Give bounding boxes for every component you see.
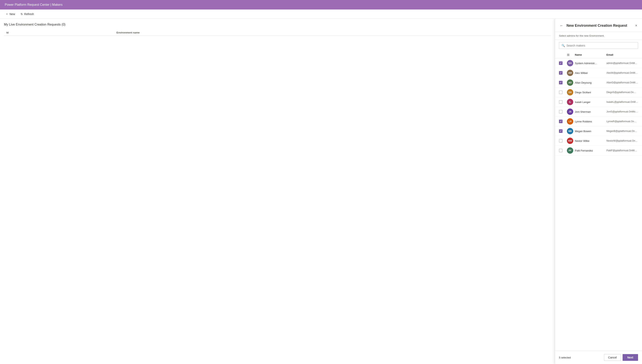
- person-name-allan-deyoung: Allan Deyoung: [575, 81, 606, 84]
- cancel-button[interactable]: Cancel: [604, 354, 621, 361]
- avatar-alex-wilber: AW: [567, 70, 573, 76]
- col-env-name: Environment name: [114, 30, 551, 36]
- app-title: Power Platform Request Center | Makers: [5, 3, 63, 6]
- refresh-icon: ↻: [21, 12, 23, 16]
- plus-icon: ＋: [6, 12, 8, 16]
- person-checkbox-nestor-wilke[interactable]: [559, 139, 562, 142]
- person-checkbox-alex-wilber[interactable]: [559, 71, 562, 75]
- person-row: SASystem Administr...admin@pplatformuat.…: [555, 58, 642, 68]
- avatar-joni-sherman: JS: [567, 108, 573, 115]
- col-header-email: Email: [606, 53, 638, 56]
- person-email-lynne-robbins: LynneR@pplatformuat.OnMicrosoft.c...: [606, 120, 638, 123]
- close-button[interactable]: ×: [634, 23, 638, 28]
- person-name-patti-fernandez: Patti Fernandez: [575, 149, 606, 152]
- panel-title: New Environment Creation Request: [566, 24, 632, 28]
- next-button[interactable]: Next: [622, 354, 638, 361]
- person-row: NWNestor WilkeNestorW@pplatformuat.OnMic…: [555, 136, 642, 146]
- person-name-diego-siciliani: Diego Siciliani: [575, 91, 606, 94]
- person-checkbox-patti-fernandez[interactable]: [559, 149, 562, 152]
- requests-table: Id Environment name: [4, 30, 551, 36]
- person-row: JSJoni ShermanJoniS@pplatformuat.OnMicro…: [555, 107, 642, 117]
- people-list: SASystem Administr...admin@pplatformuat.…: [555, 58, 642, 351]
- toolbar: ＋ New ↻ Refresh: [0, 10, 642, 19]
- avatar-patti-fernandez: PF: [567, 147, 573, 154]
- avatar-isaiah-langer: IL: [567, 99, 573, 105]
- person-row: ILIsaiah LangerIsaiahL@pplatformuat.OnMi…: [555, 97, 642, 107]
- person-row: ADAllan DeyoungAllanD@pplatformuat.OnMic…: [555, 78, 642, 88]
- person-email-nestor-wilke: NestorW@pplatformuat.OnMicrosoft....: [606, 140, 638, 142]
- close-icon: ×: [635, 24, 637, 28]
- search-icon: 🔍: [561, 44, 565, 47]
- person-name-joni-sherman: Joni Sherman: [575, 110, 606, 113]
- select-all-icon: ⊞: [567, 53, 569, 56]
- person-name-lynne-robbins: Lynne Robbins: [575, 120, 606, 123]
- person-checkbox-lynne-robbins[interactable]: [559, 120, 562, 123]
- refresh-button-label: Refresh: [24, 12, 34, 16]
- new-button[interactable]: ＋ New: [3, 11, 18, 17]
- person-email-patti-fernandez: PattiF@pplatformuat.OnMicrosoft.com: [606, 149, 638, 152]
- person-row: AWAlex WilberAlexW@pplatformuat.OnMicros…: [555, 68, 642, 78]
- person-checkbox-megan-bowen[interactable]: [559, 129, 562, 133]
- person-email-diego-siciliani: DiegoS@pplatformuat.OnMicrosoft.c...: [606, 91, 638, 94]
- person-checkbox-isaiah-langer[interactable]: [559, 100, 562, 104]
- avatar-diego-siciliani: DS: [567, 89, 573, 96]
- person-checkbox-allan-deyoung[interactable]: [559, 81, 562, 84]
- person-name-system-admin: System Administr...: [575, 62, 606, 65]
- footer-buttons: Cancel Next: [604, 354, 638, 361]
- top-bar: Power Platform Request Center | Makers: [0, 0, 642, 10]
- person-checkbox-diego-siciliani[interactable]: [559, 90, 562, 94]
- panel-footer: 5 selected Cancel Next: [555, 351, 642, 364]
- search-input[interactable]: [566, 44, 635, 47]
- person-name-isaiah-langer: Isaiah Langer: [575, 100, 606, 104]
- person-name-megan-bowen: Megan Bowen: [575, 130, 606, 133]
- back-button[interactable]: ←: [559, 23, 564, 28]
- person-email-system-admin: admin@pplatformuat.OnMicrosoft.co...: [606, 62, 638, 64]
- person-row: DSDiego SicilianiDiegoS@pplatformuat.OnM…: [555, 88, 642, 97]
- col-id: Id: [4, 30, 114, 36]
- search-box: 🔍: [559, 42, 638, 49]
- section-title: My Live Environment Creation Requests (0…: [4, 23, 551, 26]
- person-row: MBMegan BowenMeganB@pplatformuat.OnMicro…: [555, 126, 642, 136]
- avatar-nestor-wilke: NW: [567, 138, 573, 144]
- refresh-button[interactable]: ↻ Refresh: [18, 11, 36, 17]
- people-list-header: ⊞ Name Email: [555, 51, 642, 58]
- person-name-nestor-wilke: Nestor Wilke: [575, 140, 606, 142]
- new-button-label: New: [10, 12, 15, 16]
- back-arrow-icon: ←: [560, 24, 563, 28]
- person-row: PFPatti FernandezPattiF@pplatformuat.OnM…: [555, 146, 642, 156]
- left-panel: My Live Environment Creation Requests (0…: [0, 19, 555, 364]
- person-email-alex-wilber: AlexW@pplatformuat.OnMicrosoft.c...: [606, 72, 638, 74]
- avatar-lynne-robbins: LR: [567, 118, 573, 124]
- avatar-megan-bowen: MB: [567, 128, 573, 134]
- right-panel: ← New Environment Creation Request × Sel…: [555, 19, 642, 364]
- person-email-isaiah-langer: IsaiahL@pplatformuat.OnMicrosoft.c...: [606, 100, 638, 104]
- col-header-name: Name: [575, 53, 606, 56]
- person-checkbox-joni-sherman[interactable]: [559, 110, 562, 114]
- main-layout: My Live Environment Creation Requests (0…: [0, 19, 642, 364]
- person-email-megan-bowen: MeganB@pplatformuat.OnMicrosoft....: [606, 130, 638, 132]
- avatar-allan-deyoung: AD: [567, 80, 573, 86]
- panel-subtitle: Select admins for the new Environment.: [555, 32, 642, 40]
- person-email-joni-sherman: JoniS@pplatformuat.OnMicrosoft.com: [606, 110, 638, 113]
- person-checkbox-system-admin[interactable]: [559, 62, 562, 65]
- selected-count: 5 selected: [559, 356, 571, 359]
- person-email-allan-deyoung: AllanD@pplatformuat.OnMicrosoft.c...: [606, 81, 638, 84]
- person-name-alex-wilber: Alex Wilber: [575, 72, 606, 74]
- panel-header: ← New Environment Creation Request ×: [555, 19, 642, 32]
- avatar-system-admin: SA: [567, 60, 573, 66]
- person-row: LRLynne RobbinsLynneR@pplatformuat.OnMic…: [555, 117, 642, 126]
